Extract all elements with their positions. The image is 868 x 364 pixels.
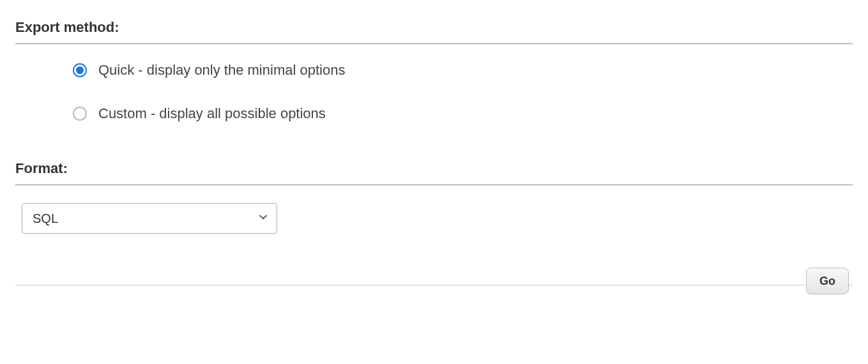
- radio-icon: [73, 63, 87, 77]
- format-heading: Format:: [15, 160, 853, 185]
- format-select[interactable]: SQL: [22, 203, 277, 234]
- radio-option-quick[interactable]: Quick - display only the minimal options: [73, 62, 853, 79]
- format-select-wrapper: SQL: [22, 203, 277, 234]
- format-select-value: SQL: [33, 211, 58, 226]
- radio-label-custom: Custom - display all possible options: [98, 105, 326, 122]
- radio-option-custom[interactable]: Custom - display all possible options: [73, 105, 853, 122]
- radio-label-quick: Quick - display only the minimal options: [98, 62, 345, 79]
- radio-dot-icon: [76, 66, 84, 74]
- export-method-heading: Export method:: [15, 19, 853, 44]
- radio-icon: [73, 107, 87, 121]
- go-button[interactable]: Go: [806, 268, 849, 294]
- export-method-radio-group: Quick - display only the minimal options…: [15, 62, 853, 122]
- footer-row: Go: [15, 285, 853, 308]
